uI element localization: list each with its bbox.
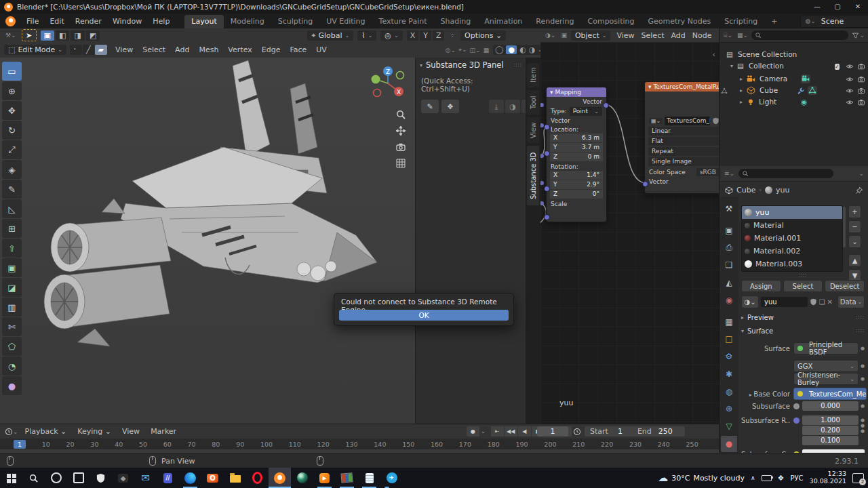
workspace-tab[interactable]: Rendering bbox=[529, 15, 580, 28]
viewport-tool-button[interactable]: ⤢ bbox=[2, 140, 22, 159]
outliner-row-scene-collection[interactable]: ▤ Scene Collection bbox=[719, 49, 868, 60]
viewport-tool-button[interactable]: ◔ bbox=[2, 357, 22, 375]
frame-tick[interactable]: 160 bbox=[431, 441, 443, 448]
taskbar-icon[interactable] bbox=[67, 468, 90, 488]
tab-substance-3d[interactable]: Substance 3D bbox=[527, 146, 539, 205]
unlink-material-icon[interactable]: ✕ bbox=[827, 298, 833, 306]
expand-icon[interactable]: ▸ bbox=[740, 76, 743, 82]
menu-item[interactable]: Vertex bbox=[223, 45, 256, 54]
radius-value-field[interactable]: 1.000 bbox=[802, 415, 859, 425]
outliner-label[interactable]: Collection bbox=[749, 62, 784, 70]
frame-tick[interactable]: 150 bbox=[402, 441, 414, 448]
properties-tab[interactable]: ⚙ bbox=[721, 348, 737, 365]
panel-drag-handle[interactable]: ∷∷ bbox=[514, 62, 522, 68]
viewport-tool-button[interactable]: ▥ bbox=[2, 298, 22, 317]
workspace-tab[interactable]: Geometry Nodes bbox=[641, 15, 717, 28]
assign-button[interactable]: Assign bbox=[741, 280, 781, 292]
properties-tab[interactable]: ◍ bbox=[721, 384, 737, 400]
properties-tab[interactable]: ◉ bbox=[721, 292, 737, 308]
surface-panel-header[interactable]: ▾ Surface ∷∷ bbox=[741, 327, 865, 335]
menu-item[interactable]: View bbox=[613, 31, 637, 40]
frame-tick[interactable]: 120 bbox=[317, 441, 330, 448]
taskbar-icon[interactable] bbox=[0, 468, 22, 488]
hide-eye-icon[interactable] bbox=[846, 98, 854, 106]
gizmo-toggle-icon[interactable]: ⌖⌄ bbox=[457, 46, 469, 54]
action-center-icon[interactable]: 2 bbox=[852, 473, 864, 483]
image-browse-icon[interactable]: ▦⌄ bbox=[649, 118, 663, 124]
overlays-toggle-icon[interactable]: ◫⌄ bbox=[469, 47, 482, 54]
viewport-tool-button[interactable]: ▣ bbox=[2, 258, 22, 277]
properties-tab[interactable]: ▽ bbox=[721, 418, 737, 434]
material-name-field[interactable]: yuu bbox=[761, 297, 808, 307]
frame-tick[interactable]: 140 bbox=[374, 441, 386, 448]
select-subtract-icon[interactable]: ◨ bbox=[71, 30, 84, 41]
location-field[interactable]: Z0 m bbox=[550, 152, 603, 162]
transform-orientation[interactable]: ⌖ Global ⌄ bbox=[307, 30, 353, 41]
outliner-label[interactable]: Scene Collection bbox=[738, 50, 797, 58]
taskbar-icon[interactable] bbox=[358, 468, 380, 488]
viewport-tool-button[interactable]: ⊕ bbox=[2, 81, 22, 100]
material-slot-row[interactable]: Material.002 bbox=[742, 245, 842, 258]
mapping-rotation-socket[interactable] bbox=[544, 186, 550, 192]
current-frame-field[interactable]: 1 bbox=[537, 426, 568, 436]
xray-toggle-icon[interactable]: ▦ bbox=[482, 47, 491, 54]
menu-item[interactable]: View bbox=[111, 45, 138, 54]
location-field[interactable]: Y3.7 m bbox=[550, 143, 603, 152]
subsurface-slider[interactable]: 0.000 bbox=[802, 401, 859, 411]
frame-tick[interactable]: 110 bbox=[289, 441, 301, 448]
minimize-button[interactable]: — bbox=[807, 0, 827, 14]
workspace-tab[interactable]: Shading bbox=[434, 15, 478, 28]
properties-tab[interactable]: ✱ bbox=[721, 366, 737, 382]
material-slot-row[interactable]: Material.001 bbox=[742, 232, 842, 245]
frame-tick[interactable]: 210 bbox=[572, 441, 585, 448]
substance-action-button[interactable]: ✎ bbox=[421, 100, 439, 113]
duplicate-material-icon[interactable]: ❏ bbox=[819, 298, 825, 306]
frame-tick[interactable]: 20 bbox=[66, 441, 75, 448]
viewport-tool-button[interactable]: ▭ bbox=[2, 62, 22, 81]
panel-title[interactable]: Substance 3D Panel bbox=[426, 60, 504, 70]
mirror-axis-toggle[interactable]: X bbox=[407, 30, 419, 41]
shading-type-dropdown[interactable]: Object⌄ bbox=[571, 30, 611, 41]
menu-item[interactable]: Render bbox=[70, 17, 107, 26]
camera-view-icon[interactable] bbox=[395, 142, 406, 152]
outliner-search-input[interactable] bbox=[751, 30, 848, 40]
add-slot-button[interactable]: + bbox=[848, 205, 861, 218]
select-extend-icon[interactable]: ◧ bbox=[56, 30, 69, 41]
taskbar-icon[interactable] bbox=[291, 468, 313, 488]
frame-tick[interactable]: 250 bbox=[686, 441, 698, 448]
frame-tick[interactable]: 230 bbox=[629, 441, 642, 448]
menu-item[interactable]: File bbox=[21, 17, 44, 26]
mirror-axis-toggle[interactable]: Z bbox=[433, 30, 445, 41]
properties-tab[interactable]: ▦ bbox=[721, 314, 737, 330]
snap-symmetry-icon[interactable]: ⁘ bbox=[448, 32, 456, 39]
outliner-row-cube[interactable]: ▸ Cube bbox=[719, 85, 868, 96]
viewport-tool-button[interactable]: ◈ bbox=[2, 160, 22, 179]
end-value[interactable]: 250 bbox=[658, 427, 673, 436]
outliner-label[interactable]: Camera bbox=[760, 75, 787, 83]
material-slot-row[interactable]: yuu bbox=[742, 206, 842, 219]
use-preview-range-icon[interactable] bbox=[573, 427, 581, 436]
material-slot-row[interactable]: Material bbox=[742, 219, 842, 232]
taskbar-icon[interactable] bbox=[90, 468, 112, 488]
pin-icon[interactable] bbox=[855, 186, 863, 195]
menu-item[interactable]: UV bbox=[311, 45, 332, 54]
menu-item[interactable]: Keying ⌄ bbox=[72, 427, 117, 436]
taskbar-icon[interactable] bbox=[224, 468, 246, 488]
taskbar-icon[interactable] bbox=[22, 468, 45, 488]
menu-item[interactable]: Select bbox=[638, 31, 668, 40]
frame-tick[interactable]: 200 bbox=[544, 441, 556, 448]
workspace-tab[interactable]: Scripting bbox=[717, 15, 764, 28]
properties-tab[interactable]: ● bbox=[721, 436, 737, 452]
taskbar-icon[interactable] bbox=[45, 468, 67, 488]
clock[interactable]: 12:33 30.08.2021 bbox=[810, 470, 846, 485]
slot-specials-button[interactable]: ⌄ bbox=[848, 235, 861, 248]
ok-button[interactable]: OK bbox=[339, 310, 509, 321]
menu-item[interactable]: Help bbox=[147, 17, 175, 26]
pan-icon[interactable] bbox=[395, 125, 406, 136]
preview-panel-header[interactable]: ▸ Preview ∷∷ bbox=[741, 314, 865, 321]
snap-toggle[interactable]: ⌇⌄ bbox=[357, 30, 376, 41]
list-resize-handle[interactable]: ∷∷ bbox=[799, 272, 807, 279]
shader-editor-icon[interactable]: ◑⌄ bbox=[544, 32, 557, 39]
timeline-editor-icon[interactable]: ⌄ bbox=[3, 428, 20, 436]
render-visibility-icon[interactable] bbox=[857, 98, 865, 106]
